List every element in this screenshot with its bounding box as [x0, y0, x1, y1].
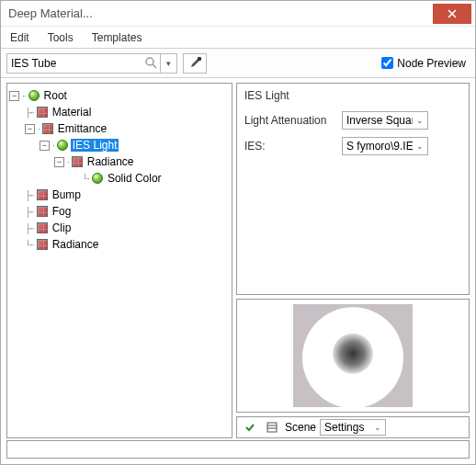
expander-ieslight[interactable]: − — [40, 141, 50, 151]
settings-select[interactable]: Settings ⌄ — [320, 419, 386, 436]
chevron-down-icon: ▾ — [166, 59, 171, 68]
ies-label: IES: — [244, 140, 336, 153]
expander-emittance[interactable]: − — [25, 124, 35, 134]
node-preview-toggle[interactable]: Node Preview — [381, 57, 466, 70]
status-bar — [6, 440, 470, 459]
close-icon — [448, 9, 457, 18]
attenuation-select[interactable]: Inverse Square ⌄ — [342, 111, 428, 130]
node-icon — [37, 206, 48, 217]
node-icon — [37, 239, 48, 250]
menu-edit[interactable]: Edit — [6, 29, 33, 46]
tree-material[interactable]: Material — [51, 106, 94, 119]
scene-list-button[interactable] — [263, 419, 281, 436]
list-icon — [266, 422, 278, 433]
tree-ies-light[interactable]: IES Light — [71, 139, 119, 152]
check-icon — [244, 422, 255, 433]
preview-image — [293, 304, 413, 407]
properties-title: IES Light — [244, 89, 461, 102]
tree-root[interactable]: Root — [42, 89, 69, 102]
chevron-down-icon: ⌄ — [374, 423, 381, 432]
toolbar: ▾ Node Preview — [1, 49, 475, 78]
search-dropdown-button[interactable]: ▾ — [161, 53, 177, 74]
attenuation-label: Light Attenuation — [244, 114, 336, 127]
ies-value: S fymoro\9.IES — [346, 140, 413, 153]
tree-solid-color[interactable]: Solid Color — [106, 172, 164, 185]
scene-label: Scene — [285, 421, 316, 434]
node-icon — [28, 90, 40, 101]
tree-radiance2[interactable]: Radiance — [51, 238, 101, 251]
svg-rect-3 — [267, 423, 277, 432]
node-icon — [57, 140, 68, 151]
tree-bump[interactable]: Bump — [51, 188, 83, 201]
expander-radiance[interactable]: − — [54, 157, 64, 167]
properties-panel: IES Light Light Attenuation Inverse Squa… — [236, 83, 470, 295]
tree-panel[interactable]: −··Root ├··Material −·Emittance −·IES Li… — [6, 83, 232, 438]
tree-clip[interactable]: Clip — [51, 221, 74, 234]
attenuation-value: Inverse Square — [346, 114, 413, 127]
node-preview-checkbox[interactable] — [381, 57, 393, 69]
ies-select[interactable]: S fymoro\9.IES ⌄ — [342, 137, 428, 155]
node-icon — [42, 123, 53, 134]
menu-bar: Edit Tools Templates — [1, 27, 475, 49]
menu-tools[interactable]: Tools — [44, 29, 77, 46]
node-icon — [92, 173, 103, 184]
preview-toolbar: Scene Settings ⌄ — [236, 416, 470, 438]
chevron-down-icon: ⌄ — [416, 116, 424, 125]
tree-fog[interactable]: Fog — [51, 205, 74, 218]
tree-emittance[interactable]: Emittance — [56, 122, 108, 135]
node-icon — [72, 156, 83, 167]
preview-panel — [236, 299, 470, 413]
svg-rect-2 — [198, 57, 201, 61]
settings-value: Settings — [324, 421, 364, 434]
node-icon — [37, 107, 48, 118]
close-button[interactable] — [433, 4, 471, 24]
tree-radiance[interactable]: Radiance — [85, 155, 136, 168]
node-icon — [37, 189, 48, 200]
expander-root[interactable]: − — [9, 91, 19, 101]
search-input[interactable] — [6, 53, 161, 74]
node-preview-label: Node Preview — [397, 57, 466, 70]
window-title: Deep Material... — [8, 6, 433, 20]
node-icon — [37, 222, 48, 233]
eyedropper-button[interactable] — [183, 53, 207, 74]
eyedropper-icon — [188, 57, 201, 70]
menu-templates[interactable]: Templates — [88, 29, 146, 46]
chevron-down-icon: ⌄ — [416, 142, 424, 151]
apply-button[interactable] — [241, 419, 259, 436]
